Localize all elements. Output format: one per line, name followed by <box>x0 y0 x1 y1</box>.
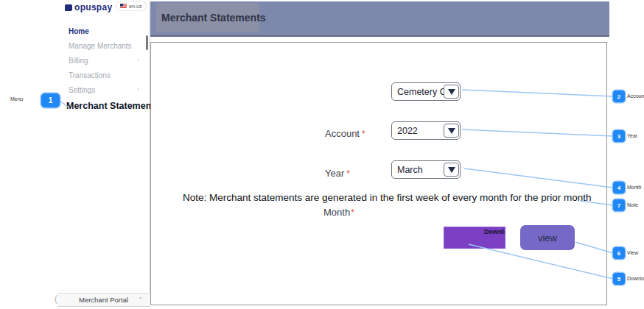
annotation-label-download: Download <box>627 276 644 281</box>
sidebar-item-settings[interactable]: Settings <box>69 86 95 94</box>
download-button-label: Download <box>484 228 505 235</box>
download-button[interactable]: Download <box>444 227 505 249</box>
month-label-text: Month <box>323 207 350 218</box>
locale-label: en-us <box>129 4 142 9</box>
month-required-mark: * <box>351 207 354 218</box>
settings-chevron-icon: › <box>137 85 139 93</box>
account-required-mark: * <box>362 129 365 139</box>
brand-logo-text: opuspay <box>74 2 112 13</box>
sidebar-item-merchant-statements[interactable]: Merchant Statements <box>66 101 159 111</box>
sidebar-scrollbar-thumb[interactable] <box>146 35 148 50</box>
statements-note: Note: Merchant statements are generated … <box>183 192 592 203</box>
annotation-badge-year: 3 <box>613 130 625 142</box>
chevron-down-icon <box>448 89 455 95</box>
account-dropdown-button[interactable] <box>444 85 459 99</box>
year-label: Year* <box>325 168 350 179</box>
brand-logo-icon <box>65 4 72 11</box>
annotation-label-menu: Menu <box>10 96 24 102</box>
annotation-badge-account: 2 <box>613 90 625 102</box>
year-dropdown-button[interactable] <box>444 124 459 138</box>
month-dropdown-button[interactable] <box>444 163 459 177</box>
annotation-label-year: Year <box>627 133 637 138</box>
collapse-caret-icon[interactable]: ⌃ <box>138 296 143 303</box>
annotation-label-note: Note <box>627 202 638 207</box>
annotation-badge-menu: 1 <box>41 93 60 107</box>
annotation-label-account: Account <box>627 93 644 99</box>
page-title-box: Merchant Statements <box>156 3 259 32</box>
year-dropdown[interactable]: 2022 <box>391 121 461 140</box>
annotation-badge-note: 7 <box>613 199 625 211</box>
locale-selector[interactable]: en-us <box>116 1 146 10</box>
account-dropdown[interactable]: Cemetery One <box>391 82 461 101</box>
annotation-label-view: View <box>627 250 638 255</box>
app-canvas: opuspay en-us Home Manage Merchants Bill… <box>0 0 644 309</box>
sidebar-item-home[interactable]: Home <box>69 27 89 35</box>
sidebar-item-transactions[interactable]: Transactions <box>69 71 111 79</box>
us-flag-icon <box>120 4 127 9</box>
month-label: Month* <box>323 207 354 218</box>
brand-logo[interactable]: opuspay <box>65 2 112 13</box>
chevron-down-icon <box>448 128 455 134</box>
account-dropdown-value: Cemetery One <box>392 87 444 97</box>
sidebar-item-manage-merchants[interactable]: Manage Merchants <box>69 42 132 50</box>
account-label: Account* <box>325 128 365 139</box>
sidebar-edge-mark: ( <box>55 294 57 304</box>
annotation-badge-view: 6 <box>613 247 625 259</box>
billing-chevron-icon: › <box>137 56 139 63</box>
account-label-text: Account <box>325 128 360 139</box>
month-dropdown-value: March <box>392 165 444 175</box>
view-button[interactable]: view <box>520 225 575 250</box>
merchant-portal-label: Merchant Portal <box>79 296 128 304</box>
chevron-down-icon <box>448 167 455 173</box>
sidebar: opuspay en-us Home Manage Merchants Bill… <box>57 0 150 308</box>
year-label-text: Year <box>325 168 344 179</box>
page-title: Merchant Statements <box>156 12 266 24</box>
annotation-label-month: Month <box>627 185 641 190</box>
annotation-badge-download: 5 <box>613 273 625 285</box>
year-dropdown-value: 2022 <box>392 126 444 136</box>
sidebar-item-billing[interactable]: Billing <box>69 57 88 65</box>
year-required-mark: * <box>346 168 350 179</box>
annotation-badge-month: 4 <box>613 182 625 193</box>
month-dropdown[interactable]: March <box>391 160 461 179</box>
merchant-portal-switcher[interactable]: Merchant Portal ⌃ <box>57 293 150 307</box>
content-panel: Account* Cemetery One Year* 2022 Month* … <box>150 42 607 305</box>
page-header: Merchant Statements <box>150 1 609 37</box>
